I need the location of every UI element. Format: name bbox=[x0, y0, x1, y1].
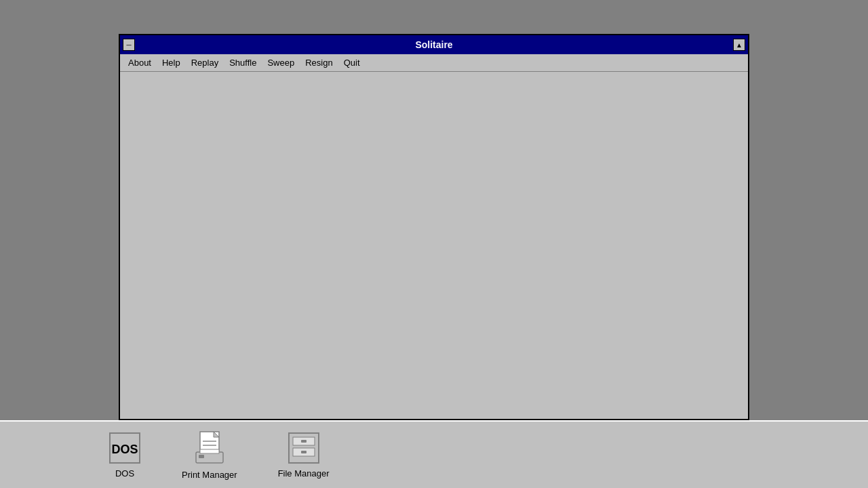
menu-about[interactable]: About bbox=[123, 56, 157, 69]
taskbar-item-dos[interactable]: DOS DOS bbox=[108, 432, 141, 479]
menu-shuffle[interactable]: Shuffle bbox=[224, 56, 262, 69]
menu-resign[interactable]: Resign bbox=[300, 56, 338, 69]
svg-rect-7 bbox=[200, 449, 219, 453]
taskbar-item-print-manager[interactable]: Print Manager bbox=[182, 430, 237, 480]
menu-sweep[interactable]: Sweep bbox=[262, 56, 300, 69]
dos-icon: DOS bbox=[108, 432, 141, 464]
system-menu-button[interactable]: ─ bbox=[123, 39, 135, 51]
taskbar-item-file-manager[interactable]: File Manager bbox=[278, 432, 330, 479]
maximize-button[interactable]: ▲ bbox=[733, 39, 745, 51]
print-manager-label: Print Manager bbox=[182, 470, 237, 480]
print-manager-icon bbox=[193, 430, 226, 466]
menu-replay[interactable]: Replay bbox=[186, 56, 224, 69]
solitaire-window: ─ Solitaire ▲ About Help Replay Shuffle … bbox=[119, 34, 749, 420]
menu-help[interactable]: Help bbox=[157, 56, 186, 69]
file-manager-label: File Manager bbox=[278, 468, 330, 479]
svg-text:DOS: DOS bbox=[111, 443, 138, 456]
menu-bar: About Help Replay Shuffle Sweep Resign Q… bbox=[120, 54, 748, 72]
title-bar: ─ Solitaire ▲ bbox=[120, 35, 748, 54]
taskbar: DOS DOS Print Manager bbox=[0, 420, 868, 488]
window-title: Solitaire bbox=[135, 39, 733, 50]
desktop: ─ Solitaire ▲ About Help Replay Shuffle … bbox=[0, 0, 868, 488]
svg-rect-11 bbox=[301, 440, 307, 443]
dos-label: DOS bbox=[115, 468, 134, 479]
file-manager-icon bbox=[288, 432, 320, 464]
menu-quit[interactable]: Quit bbox=[338, 56, 366, 69]
svg-rect-8 bbox=[199, 455, 204, 458]
svg-rect-13 bbox=[301, 451, 307, 453]
